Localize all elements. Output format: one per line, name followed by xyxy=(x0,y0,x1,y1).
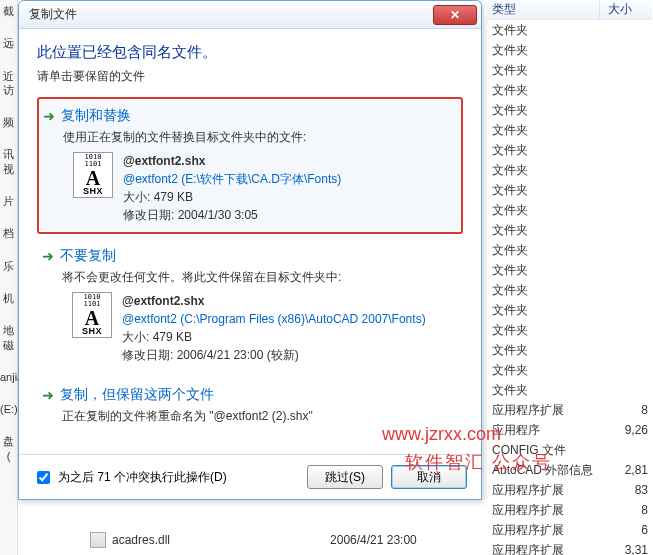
list-row[interactable]: 文件夹 xyxy=(484,60,652,80)
list-row[interactable]: 文件夹 xyxy=(484,140,652,160)
option-desc: 将不会更改任何文件。将此文件保留在目标文件夹中: xyxy=(62,269,454,286)
parent-fragment: 片 xyxy=(0,194,17,208)
list-row[interactable]: AutoCAD 外部信息2,81 xyxy=(484,460,652,480)
bottom-file-name: acadres.dll xyxy=(112,533,170,547)
option-desc: 正在复制的文件将重命名为 "@extfont2 (2).shx" xyxy=(62,408,454,425)
list-header[interactable]: 类型 大小 xyxy=(484,0,652,20)
cell-type: 应用程序扩展 xyxy=(484,502,612,519)
cell-type: 文件夹 xyxy=(484,162,612,179)
cell-type: 文件夹 xyxy=(484,142,612,159)
list-row[interactable]: 文件夹 xyxy=(484,300,652,320)
parent-strip: 截远近访频讯视片档乐机地磁anjia(E:)盘 ( xyxy=(0,0,18,555)
parent-fragment: (E:) xyxy=(0,402,17,416)
cell-size: 2,81 xyxy=(612,463,652,477)
cell-type: AutoCAD 外部信息 xyxy=(484,462,612,479)
file-size: 大小: 479 KB xyxy=(122,328,426,346)
list-row[interactable]: 文件夹 xyxy=(484,40,652,60)
parent-fragment: 乐 xyxy=(0,259,17,273)
cell-type: 文件夹 xyxy=(484,342,612,359)
file-meta: @extfont2.shx @extfont2 (C:\Program File… xyxy=(122,292,426,364)
arrow-icon: ➜ xyxy=(43,108,55,124)
file-block: 1010 1101 A SHX @extfont2.shx @extfont2 … xyxy=(73,152,453,224)
bottom-file-date: 2006/4/21 23:00 xyxy=(330,533,417,547)
list-row[interactable]: 应用程序9,26 xyxy=(484,420,652,440)
cell-type: 文件夹 xyxy=(484,102,612,119)
list-row[interactable]: 文件夹 xyxy=(484,240,652,260)
list-row[interactable]: 文件夹 xyxy=(484,180,652,200)
file-meta: @extfont2.shx @extfont2 (E:\软件下载\CA.D字体\… xyxy=(123,152,341,224)
list-row[interactable]: 文件夹 xyxy=(484,80,652,100)
file-name: @extfont2.shx xyxy=(123,152,341,170)
parent-fragment: 盘 ( xyxy=(0,434,17,463)
cell-type: 文件夹 xyxy=(484,202,612,219)
cell-type: 文件夹 xyxy=(484,242,612,259)
close-button[interactable]: ✕ xyxy=(433,5,477,25)
list-row[interactable]: 文件夹 xyxy=(484,120,652,140)
cell-type: 文件夹 xyxy=(484,122,612,139)
cell-type: 文件夹 xyxy=(484,322,612,339)
cell-type: 文件夹 xyxy=(484,62,612,79)
dialog-title: 复制文件 xyxy=(29,6,433,23)
col-size-header[interactable]: 大小 xyxy=(600,1,652,18)
list-row[interactable]: CONFIG 文件 xyxy=(484,440,652,460)
list-row[interactable]: 文件夹 xyxy=(484,380,652,400)
subline: 请单击要保留的文件 xyxy=(37,68,463,85)
file-path: @extfont2 (C:\Program Files (x86)\AutoCA… xyxy=(122,310,426,328)
list-row[interactable]: 应用程序扩展8 xyxy=(484,500,652,520)
parent-fragment: 近访 xyxy=(0,69,17,98)
skip-button[interactable]: 跳过(S) xyxy=(307,465,383,489)
option-title: 复制和替换 xyxy=(61,107,131,125)
list-row[interactable]: 文件夹 xyxy=(484,100,652,120)
cell-type: 文件夹 xyxy=(484,302,612,319)
cell-type: 应用程序扩展 xyxy=(484,482,612,499)
cell-type: 文件夹 xyxy=(484,282,612,299)
cell-size: 8 xyxy=(612,403,652,417)
list-row[interactable]: 文件夹 xyxy=(484,260,652,280)
option-title: 复制，但保留这两个文件 xyxy=(60,386,214,404)
shx-file-icon: 1010 1101 A SHX xyxy=(73,152,113,198)
cancel-button[interactable]: 取消 xyxy=(391,465,467,489)
list-row[interactable]: 文件夹 xyxy=(484,200,652,220)
list-row[interactable]: 文件夹 xyxy=(484,20,652,40)
cell-type: 文件夹 xyxy=(484,222,612,239)
cell-type: 应用程序扩展 xyxy=(484,402,612,419)
explorer-row-visible[interactable]: acadres.dll 2006/4/21 23:00 xyxy=(90,532,650,548)
cell-type: 文件夹 xyxy=(484,22,612,39)
option-dont-copy[interactable]: ➜ 不要复制 将不会更改任何文件。将此文件保留在目标文件夹中: 1010 110… xyxy=(37,238,463,373)
list-row[interactable]: 文件夹 xyxy=(484,280,652,300)
file-path: @extfont2 (E:\软件下载\CA.D字体\Fonts) xyxy=(123,170,341,188)
list-row[interactable]: 文件夹 xyxy=(484,220,652,240)
parent-fragment: 地磁 xyxy=(0,323,17,352)
file-name: @extfont2.shx xyxy=(122,292,426,310)
list-row[interactable]: 应用程序扩展8 xyxy=(484,400,652,420)
option-keep-both[interactable]: ➜ 复制，但保留这两个文件 正在复制的文件将重命名为 "@extfont2 (2… xyxy=(37,377,463,440)
cell-type: 文件夹 xyxy=(484,262,612,279)
dll-file-icon xyxy=(90,532,106,548)
headline: 此位置已经包含同名文件。 xyxy=(37,43,463,62)
list-row[interactable]: 文件夹 xyxy=(484,160,652,180)
parent-fragment: 机 xyxy=(0,291,17,305)
cell-size: 9,26 xyxy=(612,423,652,437)
cell-type: 文件夹 xyxy=(484,82,612,99)
col-type-header[interactable]: 类型 xyxy=(484,1,600,18)
file-block: 1010 1101 A SHX @extfont2.shx @extfont2 … xyxy=(72,292,454,364)
cell-type: CONFIG 文件 xyxy=(484,442,612,459)
apply-all-checkbox[interactable] xyxy=(37,471,50,484)
option-desc: 使用正在复制的文件替换目标文件夹中的文件: xyxy=(63,129,453,146)
list-row[interactable]: 文件夹 xyxy=(484,320,652,340)
list-row[interactable]: 应用程序扩展83 xyxy=(484,480,652,500)
list-row[interactable]: 文件夹 xyxy=(484,340,652,360)
file-size: 大小: 479 KB xyxy=(123,188,341,206)
parent-fragment: 档 xyxy=(0,226,17,240)
titlebar[interactable]: 复制文件 ✕ xyxy=(19,1,481,29)
option-copy-replace[interactable]: ➜ 复制和替换 使用正在复制的文件替换目标文件夹中的文件: 1010 1101 … xyxy=(37,97,463,234)
arrow-icon: ➜ xyxy=(42,387,54,403)
dialog-body: 此位置已经包含同名文件。 请单击要保留的文件 ➜ 复制和替换 使用正在复制的文件… xyxy=(19,29,481,454)
list-row[interactable]: 文件夹 xyxy=(484,360,652,380)
parent-fragment: 远 xyxy=(0,36,17,50)
explorer-list: 类型 大小 文件夹文件夹文件夹文件夹文件夹文件夹文件夹文件夹文件夹文件夹文件夹文… xyxy=(484,0,652,555)
parent-fragment: 讯视 xyxy=(0,147,17,176)
arrow-icon: ➜ xyxy=(42,248,54,264)
cell-type: 文件夹 xyxy=(484,182,612,199)
option-title: 不要复制 xyxy=(60,247,116,265)
